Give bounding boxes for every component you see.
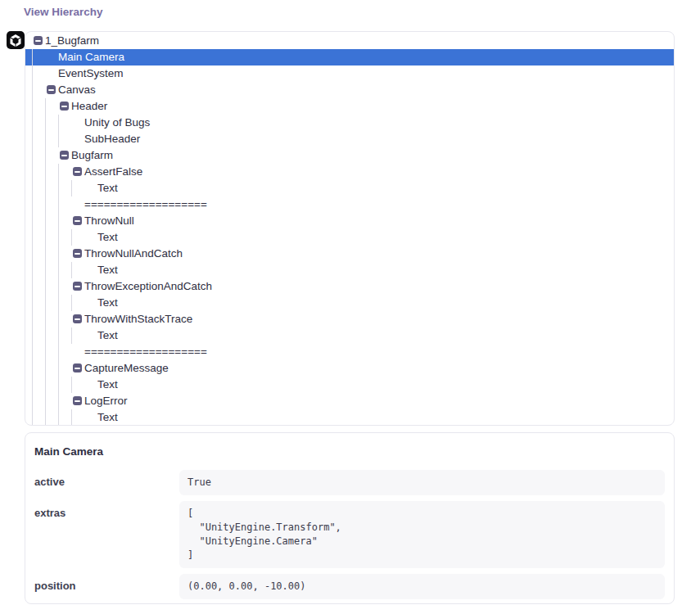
- tree-node-label: SubHeader: [84, 133, 140, 145]
- tree-node-label: Text: [97, 296, 118, 309]
- collapse-minus-icon[interactable]: [73, 396, 82, 405]
- property-name: extras: [34, 501, 179, 520]
- tree-node-row[interactable]: Text: [25, 327, 674, 344]
- collapse-minus-icon[interactable]: [47, 85, 56, 94]
- tree-node-label: ===================: [84, 345, 207, 358]
- collapse-minus-icon[interactable]: [60, 151, 69, 160]
- tree-node-row[interactable]: Bugfarm: [25, 147, 674, 164]
- collapse-minus-icon[interactable]: [34, 36, 43, 45]
- tree-node-label: Text: [97, 329, 118, 341]
- tree-guide-line: [45, 98, 46, 426]
- tree-guide-line: [32, 49, 33, 426]
- property-value: [ "UnityEngine.Transform", "UnityEngine.…: [179, 501, 665, 568]
- property-name: active: [34, 470, 179, 489]
- tree-guide-line: [58, 115, 59, 147]
- tree-node-label: LogError: [84, 395, 128, 407]
- detail-property-rows: activeTrueextras[ "UnityEngine.Transform…: [25, 470, 674, 599]
- collapse-minus-icon[interactable]: [73, 216, 82, 225]
- tree-node-row[interactable]: Main Camera: [25, 49, 674, 65]
- tree-node-row[interactable]: Header: [25, 98, 674, 115]
- unity-app-badge: [7, 31, 25, 49]
- property-row: position(0.00, 0.00, -10.00): [25, 574, 674, 599]
- tree-guide-line: [58, 164, 59, 426]
- unity-logo-icon: [9, 34, 22, 47]
- tree-node-row[interactable]: Text: [25, 180, 674, 196]
- tree-node-label: Text: [97, 411, 118, 423]
- tree-node-row[interactable]: SubHeader: [25, 131, 674, 147]
- tree-node-row[interactable]: Text: [25, 377, 674, 393]
- tree-node-row[interactable]: LogError: [25, 393, 674, 409]
- tree-node-label: Bugfarm: [71, 149, 113, 161]
- tree-guide-line: [71, 409, 72, 426]
- tree-node-row[interactable]: Unity of Bugs: [25, 115, 674, 131]
- tree-node-label: Text: [97, 231, 118, 243]
- tree-node-row[interactable]: ThrowExceptionAndCatch: [25, 278, 674, 295]
- tree-node-label: AssertFalse: [84, 165, 142, 178]
- collapse-minus-icon[interactable]: [73, 282, 82, 291]
- hierarchy-tree-panel: 1_BugfarmMain CameraEventSystemCanvasHea…: [25, 31, 675, 426]
- tree-node-row[interactable]: Text: [25, 409, 674, 426]
- tree-node-row[interactable]: EventSystem: [25, 65, 674, 82]
- tree-separator-row[interactable]: ===================: [25, 344, 674, 360]
- collapse-minus-icon[interactable]: [60, 102, 69, 111]
- tree-node-label: Text: [97, 378, 118, 391]
- tree-node-label: Main Camera: [58, 51, 124, 63]
- tree-node-row[interactable]: AssertFalse: [25, 164, 674, 180]
- tree-node-label: EventSystem: [58, 67, 124, 79]
- collapse-minus-icon[interactable]: [73, 363, 82, 372]
- tree-node-row[interactable]: CaptureMessage: [25, 360, 674, 377]
- detail-panel-title: Main Camera: [25, 433, 674, 459]
- collapse-minus-icon[interactable]: [73, 167, 82, 176]
- tree-rows: 1_BugfarmMain CameraEventSystemCanvasHea…: [25, 33, 674, 426]
- tree-node-row[interactable]: 1_Bugfarm: [25, 33, 674, 49]
- property-row: extras[ "UnityEngine.Transform", "UnityE…: [25, 501, 674, 568]
- tree-node-row[interactable]: ThrowNull: [25, 213, 674, 229]
- tree-node-row[interactable]: Text: [25, 229, 674, 246]
- tree-node-label: ThrowWithStackTrace: [84, 313, 192, 325]
- tree-guide-line: [71, 229, 72, 246]
- tree-guide-line: [71, 262, 72, 278]
- tree-guide-line: [71, 327, 72, 344]
- property-name: position: [34, 574, 179, 593]
- tree-guide-line: [71, 377, 72, 393]
- selected-node-detail-panel: Main Camera activeTrueextras[ "UnityEngi…: [25, 432, 675, 604]
- tree-node-label: Canvas: [58, 84, 96, 96]
- tree-separator-row[interactable]: ===================: [25, 196, 674, 213]
- tree-node-row[interactable]: Text: [25, 295, 674, 311]
- tree-node-label: ThrowNullAndCatch: [84, 247, 183, 260]
- property-row: activeTrue: [25, 470, 674, 495]
- collapse-minus-icon[interactable]: [73, 314, 82, 323]
- tree-guide-line: [71, 180, 72, 196]
- tree-guide-line: [71, 295, 72, 311]
- tree-node-label: Text: [97, 182, 118, 194]
- tree-node-label: 1_Bugfarm: [45, 34, 99, 47]
- tree-node-row[interactable]: ThrowNullAndCatch: [25, 246, 674, 262]
- tree-node-label: ThrowExceptionAndCatch: [84, 280, 212, 292]
- tree-node-row[interactable]: ThrowWithStackTrace: [25, 311, 674, 327]
- tree-node-row[interactable]: Canvas: [25, 82, 674, 98]
- tree-node-label: Header: [71, 100, 107, 112]
- tree-node-label: ===================: [84, 198, 207, 210]
- tree-node-label: Text: [97, 264, 118, 276]
- tree-node-label: CaptureMessage: [84, 362, 169, 374]
- collapse-minus-icon[interactable]: [73, 249, 82, 258]
- tree-node-label: Unity of Bugs: [84, 116, 150, 129]
- tree-node-row[interactable]: Text: [25, 262, 674, 278]
- tree-node-label: ThrowNull: [84, 214, 134, 227]
- page-title: View Hierarchy: [24, 6, 103, 18]
- property-value: (0.00, 0.00, -10.00): [179, 574, 665, 599]
- property-value: True: [179, 470, 665, 495]
